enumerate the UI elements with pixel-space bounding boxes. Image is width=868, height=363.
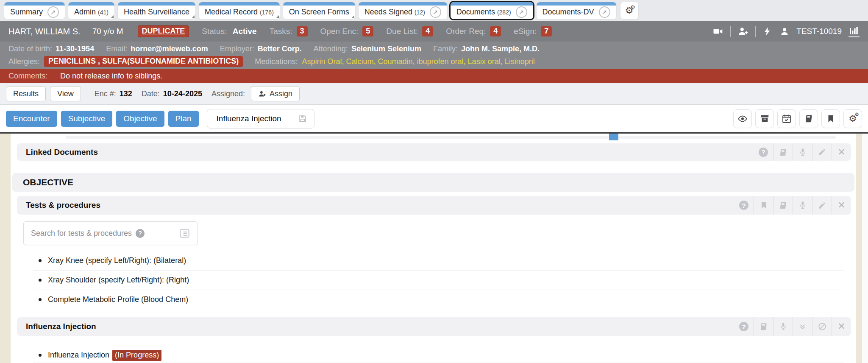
medication-link[interactable]: Lasix oral, bbox=[468, 57, 505, 66]
item-text: Xray Shoulder (specify Left/Right): (Rig… bbox=[48, 276, 189, 285]
browser-scrollbar[interactable] bbox=[862, 134, 868, 363]
tab-documents-dv[interactable]: Documents-DV ↗ bbox=[537, 2, 616, 19]
tab-settings-button[interactable]: ⚙ ⚙ bbox=[620, 2, 638, 19]
microphone-icon[interactable] bbox=[773, 317, 793, 336]
field-value: John M. Sample, M.D. bbox=[461, 45, 540, 53]
demographics-row2: Allergies: PENICILLINS , SULFA(SULFONAMI… bbox=[8, 56, 860, 67]
divider bbox=[755, 26, 756, 37]
tab-health-surveillance[interactable]: Health Surveillance bbox=[118, 2, 195, 19]
medication-link[interactable]: Coumadin, bbox=[378, 57, 417, 66]
counter[interactable]: Tasks: 3 bbox=[270, 26, 308, 36]
nav-button-plan[interactable]: Plan bbox=[168, 111, 199, 127]
counter-badge[interactable]: 3 bbox=[297, 26, 308, 36]
counter-badge[interactable]: 7 bbox=[541, 26, 552, 36]
bar-chart-icon[interactable] bbox=[849, 25, 860, 37]
results-button[interactable]: Results bbox=[6, 86, 46, 101]
microphone-icon[interactable] bbox=[793, 196, 812, 215]
tab-medical-record[interactable]: Medical Record (176) bbox=[199, 2, 280, 19]
nav-button-subjective[interactable]: Subjective bbox=[61, 111, 113, 127]
medication-link[interactable]: Lisinopril bbox=[505, 57, 535, 66]
tab-label: Admin bbox=[74, 8, 96, 17]
status-label: Status: bbox=[202, 27, 227, 36]
lightning-icon[interactable] bbox=[762, 26, 773, 36]
bookmark-icon[interactable] bbox=[754, 196, 773, 215]
patient-name[interactable]: HART, WILLIAM S. bbox=[8, 27, 81, 36]
tab-needs-signed[interactable]: Needs Signed (12) ↗ bbox=[359, 2, 447, 19]
gears-icon[interactable]: ⚙ ⚙ bbox=[843, 109, 862, 128]
allergies-badge[interactable]: PENICILLINS , SULFA(SULFONAMIDE ANTIBIOT… bbox=[44, 56, 243, 67]
list-item[interactable]: Influenza Injection (In Progress) bbox=[11, 346, 843, 363]
tab-on-screen-forms[interactable]: On Screen Forms bbox=[283, 2, 355, 19]
pencil-icon[interactable] bbox=[812, 196, 832, 215]
book-icon[interactable] bbox=[773, 143, 793, 161]
book-icon[interactable] bbox=[799, 109, 818, 128]
floppy-save-icon[interactable] bbox=[291, 114, 314, 123]
bookmark-icon[interactable] bbox=[821, 109, 840, 128]
nav-button-objective[interactable]: Objective bbox=[116, 111, 164, 127]
ban-icon[interactable] bbox=[812, 317, 832, 336]
help-icon[interactable]: ? bbox=[754, 143, 773, 161]
counter-badge[interactable]: 4 bbox=[490, 26, 501, 36]
tab-admin[interactable]: Admin (41) bbox=[68, 2, 114, 19]
close-icon[interactable]: ✕ bbox=[832, 196, 851, 215]
tab-label: Documents bbox=[456, 8, 495, 17]
user-icon[interactable] bbox=[779, 26, 790, 36]
eye-icon[interactable] bbox=[733, 109, 752, 128]
view-button[interactable]: View bbox=[50, 86, 81, 101]
list-item[interactable]: Complete Metabolic Profile (Blood Chem) bbox=[11, 290, 843, 309]
counter-badge[interactable]: 5 bbox=[362, 26, 373, 36]
help-icon[interactable]: ? bbox=[734, 196, 754, 215]
book-icon[interactable] bbox=[754, 317, 773, 336]
microphone-icon[interactable] bbox=[793, 143, 812, 161]
user-id[interactable]: TEST-10019 bbox=[796, 27, 842, 36]
help-icon[interactable]: ? bbox=[734, 317, 754, 336]
medication-link[interactable]: Calcium, bbox=[346, 57, 378, 66]
video-camera-icon[interactable] bbox=[712, 26, 723, 37]
chevron-double-down-icon[interactable] bbox=[793, 317, 812, 336]
tab-label: Summary bbox=[10, 8, 43, 17]
external-link-icon[interactable]: ↗ bbox=[516, 6, 527, 18]
book-icon[interactable] bbox=[773, 196, 793, 215]
scroll-thumb[interactable] bbox=[609, 134, 618, 140]
add-user-icon[interactable] bbox=[737, 26, 748, 37]
counter-label: Open Enc: bbox=[320, 27, 359, 36]
section-title: Influenza Injection bbox=[26, 322, 96, 331]
date-value: 10-24-2025 bbox=[163, 89, 202, 98]
add-user-icon bbox=[258, 90, 266, 98]
counter[interactable]: Order Req: 4 bbox=[446, 26, 501, 36]
calendar-check-icon[interactable] bbox=[777, 109, 796, 128]
external-link-icon[interactable]: ↗ bbox=[430, 6, 441, 18]
document-title-chip[interactable]: Influenza Injection bbox=[207, 109, 314, 128]
medication-link[interactable]: ibuprofen oral, bbox=[417, 57, 468, 66]
section-icon-toolbar: ? ✕ bbox=[754, 143, 851, 161]
bullet-icon bbox=[39, 354, 42, 357]
scroll-track bbox=[66, 136, 836, 139]
tab-documents[interactable]: Documents (282) ↗ bbox=[451, 2, 533, 19]
assign-button[interactable]: Assign bbox=[251, 86, 300, 101]
external-link-icon[interactable]: ↗ bbox=[599, 6, 610, 18]
nav-button-encounter[interactable]: Encounter bbox=[6, 111, 57, 127]
counter[interactable]: Open Enc: 5 bbox=[320, 26, 374, 36]
counter[interactable]: eSign: 7 bbox=[514, 26, 552, 36]
close-icon[interactable]: ✕ bbox=[832, 317, 851, 336]
tests-search-input[interactable]: Search for tests & procedures ? bbox=[23, 221, 198, 245]
duplicate-badge[interactable]: DUPLICATE bbox=[138, 25, 189, 37]
status-badge[interactable]: (In Progress) bbox=[112, 350, 161, 361]
nav-icon-toolbar: ⚙ ⚙ bbox=[733, 109, 862, 128]
medication-link[interactable]: Aspirin Oral, bbox=[302, 57, 346, 66]
pencil-icon[interactable] bbox=[812, 143, 832, 161]
close-icon[interactable]: ✕ bbox=[832, 143, 851, 161]
list-browse-icon[interactable] bbox=[179, 228, 190, 239]
tab-count: (41) bbox=[98, 9, 108, 16]
list-item[interactable]: Xray Shoulder (specify Left/Right): (Rig… bbox=[11, 271, 843, 290]
list-item[interactable]: Xray Knee (specify Left/Right): (Bilater… bbox=[11, 251, 843, 270]
encounter-nav-row: Encounter Subjective Objective Plan Infl… bbox=[0, 105, 868, 132]
external-link-icon[interactable]: ↗ bbox=[47, 6, 59, 18]
archive-icon[interactable] bbox=[755, 109, 774, 128]
item-text: Xray Knee (specify Left/Right): (Bilater… bbox=[48, 256, 186, 265]
demographic-field: Employer: Better Corp. bbox=[220, 45, 302, 53]
help-icon[interactable]: ? bbox=[136, 229, 145, 238]
counter[interactable]: Due List: 4 bbox=[386, 26, 433, 36]
tab-summary[interactable]: Summary ↗ bbox=[4, 2, 65, 19]
counter-badge[interactable]: 4 bbox=[422, 26, 433, 36]
